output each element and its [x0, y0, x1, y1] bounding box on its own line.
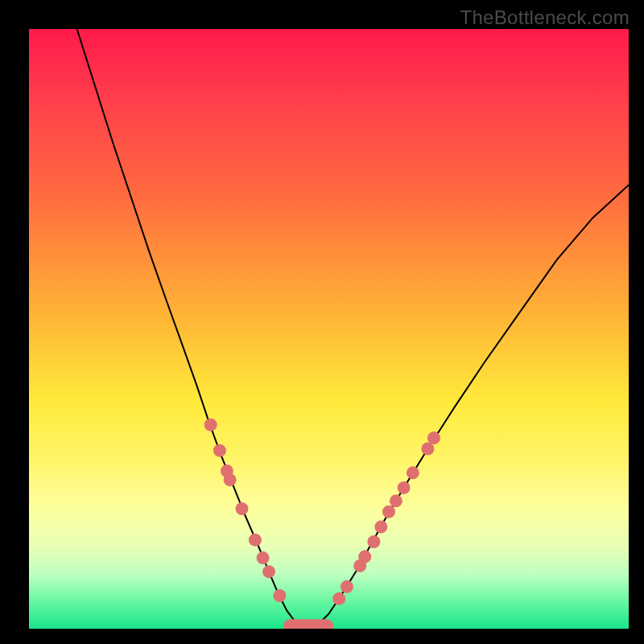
plot-area	[29, 29, 629, 629]
data-marker	[257, 551, 270, 564]
watermark-text: TheBottleneck.com	[460, 6, 630, 29]
chart-frame: TheBottleneck.com	[0, 0, 644, 644]
data-marker	[427, 431, 440, 444]
chart-overlay	[29, 29, 629, 629]
data-marker	[332, 592, 345, 605]
marker-cluster-right	[332, 431, 440, 605]
data-marker	[249, 534, 262, 547]
bottleneck-curve	[77, 29, 629, 629]
data-marker	[390, 494, 402, 507]
data-marker	[262, 565, 275, 578]
data-marker	[367, 535, 380, 548]
data-marker	[273, 589, 286, 602]
data-marker	[398, 481, 411, 494]
data-marker	[358, 551, 371, 564]
data-marker	[204, 419, 217, 431]
data-marker	[382, 506, 395, 518]
data-marker	[374, 520, 387, 533]
marker-cluster-left	[204, 419, 287, 602]
data-marker	[236, 502, 249, 515]
data-marker	[224, 473, 237, 486]
data-marker	[341, 580, 353, 593]
data-marker	[407, 466, 419, 479]
data-marker	[213, 444, 226, 457]
data-marker	[421, 443, 434, 456]
